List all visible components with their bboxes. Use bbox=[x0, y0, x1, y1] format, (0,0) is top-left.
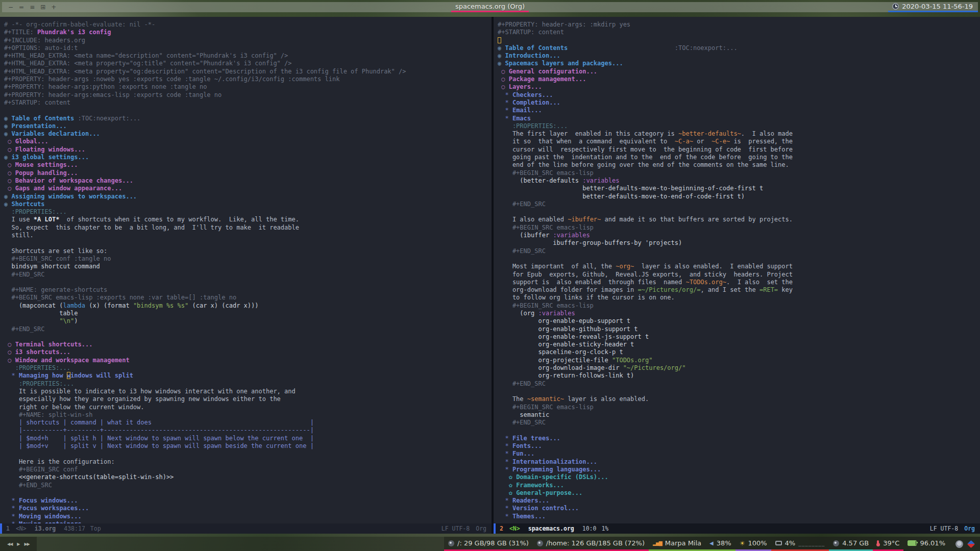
buffer-line: to follow org links if the cursor is on … bbox=[498, 294, 980, 302]
modeline-window-1[interactable]: 1 <N> i3.org 438:17 Top LF UTF-8 Org bbox=[0, 523, 492, 534]
buffer-spacemacs-org[interactable]: #+PROPERTY: header-args: :mkdirp yes#+ST… bbox=[494, 17, 980, 523]
tray-module-temperature[interactable]: 39°C bbox=[873, 537, 903, 551]
tray-module-disk-root[interactable]: /: 29 GB/98 GB (31%) bbox=[444, 537, 533, 551]
buffer-line: I use *A LOT* of shortcuts when it comes… bbox=[4, 216, 492, 223]
major-mode[interactable]: Org bbox=[476, 523, 486, 534]
tray-module-text: 4.57 GB bbox=[842, 539, 869, 547]
tray-module-now-playing[interactable]: ▂▅▇Marpa Mila bbox=[649, 537, 705, 551]
emacs-window-1: # -*- org-confirm-babel-evaluate: nil -*… bbox=[0, 17, 492, 534]
media-previous-button[interactable]: ◀◀ bbox=[7, 542, 12, 546]
buffer-line: ✿ Frameworks... bbox=[498, 482, 980, 489]
tray-module-battery[interactable]: 96.01% bbox=[903, 537, 949, 551]
buffer-line: * Managing how windows will split bbox=[4, 372, 492, 380]
buffer-line: #+BEGIN_SRC conf bbox=[4, 466, 492, 473]
layout-stacked-icon[interactable]: = bbox=[19, 2, 24, 12]
tray-modules: /: 29 GB/98 GB (31%)/home: 126 GB/185 GB… bbox=[444, 537, 949, 551]
tray-module-disk-home[interactable]: /home: 126 GB/185 GB (72%) bbox=[533, 537, 649, 551]
tray-module-text: 38% bbox=[717, 539, 731, 547]
buffer-line bbox=[4, 239, 492, 247]
buffer-line: It is possible to indicate to i3 how win… bbox=[4, 388, 492, 395]
buffer-line: right or below the current window. bbox=[4, 404, 492, 411]
display-icon bbox=[775, 541, 782, 545]
buffer-line: * Internationalization... bbox=[498, 458, 980, 466]
buffer-line: ○ Window and workspace management bbox=[4, 357, 492, 364]
buffer-line: #+HTML_HEAD_EXTRA: <meta property="og:de… bbox=[4, 68, 492, 76]
buffer-line: #+END_SRC bbox=[498, 380, 980, 388]
buffer-line: ◉ Table of Contents :TOC:noexport:... bbox=[4, 115, 492, 122]
buffer-line: cursor will respectively first move to t… bbox=[498, 146, 980, 154]
buffer-line: #+END_SRC bbox=[498, 247, 980, 255]
buffer-line: #+TITLE: Phundrak's i3 config bbox=[4, 29, 492, 36]
buffer-line: * Readers... bbox=[498, 497, 980, 505]
new-window-icon[interactable]: + bbox=[51, 2, 56, 12]
buffer-line: (ibuffer :variables bbox=[498, 232, 980, 239]
tray-module-text: Marpa Mila bbox=[665, 539, 701, 547]
buffer-line: #+HTML_HEAD_EXTRA: <meta property="og:ti… bbox=[4, 60, 492, 67]
buffer-line: # -*- org-confirm-babel-evaluate: nil -*… bbox=[4, 21, 492, 29]
buffer-line: | shortcuts | command | what it does | bbox=[4, 419, 492, 427]
buffer-line: | $mod+h | split h | Next window to spaw… bbox=[4, 435, 492, 442]
buffer-line: #+STARTUP: content bbox=[498, 29, 980, 36]
buffer-line: ○ Layers... bbox=[498, 83, 980, 91]
buffer-line: #+PROPERTY: header-args:emacs-lisp :expo… bbox=[4, 91, 492, 99]
evil-state-indicator: <N> bbox=[509, 523, 520, 534]
layout-split-icon[interactable]: ⊞ bbox=[40, 2, 45, 12]
media-next-button[interactable]: ▶▶ bbox=[24, 542, 29, 546]
minimize-icon[interactable]: − bbox=[8, 2, 13, 12]
major-mode[interactable]: Org bbox=[964, 523, 975, 534]
buffer-line bbox=[498, 255, 980, 263]
tray-module-text: /home: 126 GB/185 GB (72%) bbox=[546, 539, 645, 547]
cursor-position: 10:0 bbox=[582, 523, 597, 534]
buffer-line: <<generate-shortcuts(table=split-win-sh)… bbox=[4, 473, 492, 481]
tray-module-cpu[interactable]: 4%________ bbox=[771, 537, 829, 551]
buffer-line: | $mod+v | split v | Next window to spaw… bbox=[4, 442, 492, 450]
disk-icon bbox=[537, 540, 543, 546]
tray-module-text: 100% bbox=[748, 539, 767, 547]
media-controls: ◀◀▶▶▶ bbox=[0, 537, 37, 551]
buffer-line: * Moving windows... bbox=[4, 513, 492, 520]
buffer-line: * Focus workspaces... bbox=[4, 505, 492, 512]
buffer-line: I also enabled ~ibuffer~ and made it so … bbox=[498, 216, 980, 223]
window-accent-bar bbox=[0, 523, 2, 534]
buffer-line: #+END_SRC bbox=[4, 325, 492, 333]
buffer-line: org-projectile-file "TODOs.org" bbox=[498, 357, 980, 364]
buffer-line bbox=[498, 37, 980, 44]
buffer-line: semantic bbox=[498, 411, 980, 419]
buffer-line bbox=[4, 450, 492, 458]
i3-titlebar: −=≡⊞+ spacemacs.org (Org) 2020-03-15 11-… bbox=[2, 2, 978, 12]
speaker-icon: ◀ bbox=[709, 540, 714, 546]
tray-module-brightness[interactable]: ☀100% bbox=[736, 537, 771, 551]
modeline-window-2[interactable]: 2 <N> spacemacs.org 10:0 1% LF UTF-8 Org bbox=[494, 523, 980, 534]
buffer-line: #+BEGIN_SRC emacs-lisp bbox=[498, 302, 980, 310]
layout-tabbed-icon[interactable]: ≡ bbox=[30, 2, 35, 12]
cpu-graph: ________ bbox=[798, 540, 825, 546]
buffer-line: org-download folder for images in =~/Pic… bbox=[498, 286, 980, 294]
status-bar: ◀◀▶▶▶ /: 29 GB/98 GB (31%)/home: 126 GB/… bbox=[0, 537, 980, 551]
buffer-line: * Programming languages... bbox=[498, 466, 980, 473]
thermometer-icon bbox=[877, 540, 879, 546]
scroll-position: 1% bbox=[601, 523, 608, 534]
buffer-i3-org[interactable]: # -*- org-confirm-babel-evaluate: nil -*… bbox=[0, 17, 492, 523]
buffer-line: ○ Behavior of workspace changes... bbox=[4, 177, 492, 185]
buffer-line: Shortcuts are set like so: bbox=[4, 247, 492, 255]
shield-app-icon[interactable] bbox=[967, 540, 975, 548]
encoding-indicator: UTF-8 bbox=[452, 523, 470, 534]
buffer-line: ○ i3 shortcuts... bbox=[4, 348, 492, 356]
buffer-line: :PROPERTIES:... bbox=[4, 380, 492, 388]
tray-module-memory[interactable]: 4.57 GB bbox=[829, 537, 873, 551]
disk-icon bbox=[448, 540, 454, 546]
buffer-name: i3.org bbox=[35, 523, 56, 534]
buffer-line: for Epub exports, Github, Reveal.JS expo… bbox=[498, 271, 980, 279]
buffer-line: #+PROPERTY: header-args :noweb yes :expo… bbox=[4, 76, 492, 83]
tray-module-volume[interactable]: ◀38% bbox=[705, 537, 736, 551]
buffer-line: spaceline-org-clock-p t bbox=[498, 348, 980, 356]
tray-module-text: 39°C bbox=[883, 539, 899, 547]
buffer-line: table bbox=[4, 310, 492, 317]
discord-icon[interactable] bbox=[955, 540, 963, 548]
media-play-button[interactable]: ▶ bbox=[17, 542, 19, 546]
buffer-line bbox=[498, 388, 980, 395]
buffer-line: ◉ Spacemacs layers and packages... bbox=[498, 60, 980, 67]
buffer-line: bindsym shortcut command bbox=[4, 263, 492, 270]
buffer-line: especially how they are organized by spa… bbox=[4, 395, 492, 403]
buffer-line: better-defaults-move-to-end-of-code-firs… bbox=[498, 193, 980, 201]
